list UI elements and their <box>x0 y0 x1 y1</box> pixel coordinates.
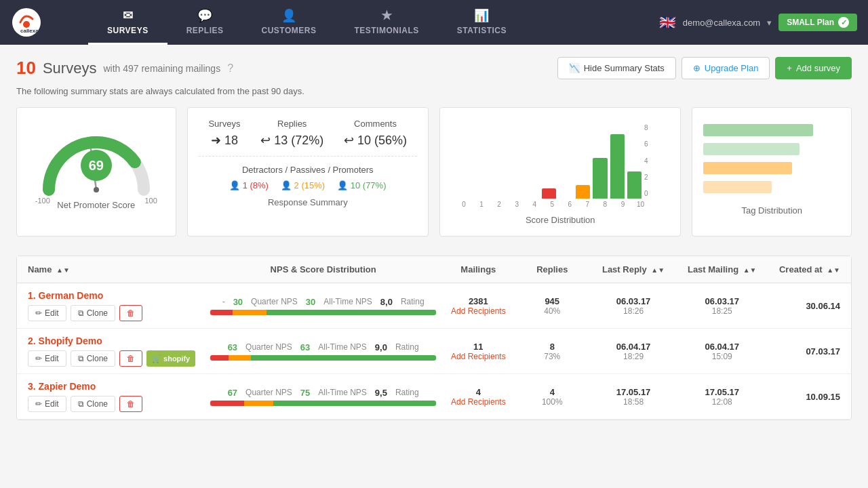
score-bar-6 <box>559 124 573 199</box>
add-recipients-3[interactable]: Add Recipients <box>441 397 515 407</box>
detractors-val: 👤 1 (8%) <box>229 180 269 190</box>
quarter-nps-2-label: Quarter NPS <box>245 342 292 352</box>
score-bar-5 <box>542 124 556 199</box>
delete-2-button[interactable]: 🗑 <box>119 350 142 367</box>
help-icon[interactable]: ? <box>227 62 233 75</box>
nps-score: 69 <box>81 150 112 181</box>
add-recipients-1[interactable]: Add Recipients <box>441 306 515 316</box>
add-recipients-2[interactable]: Add Recipients <box>441 352 515 361</box>
user-email[interactable]: demo@callexa.com <box>683 18 760 28</box>
delete-3-button[interactable]: 🗑 <box>119 396 142 412</box>
score-bar-2 <box>490 124 505 199</box>
survey-2-actions: ✏ Edit ⧉ Clone 🗑 🛒 shopify <box>28 350 205 367</box>
plan-badge[interactable]: SMALL Plan ✓ <box>778 14 857 31</box>
page-header: 10 Surveys with 497 remaining mailings ?… <box>16 57 852 79</box>
edit-1-button[interactable]: ✏ Edit <box>28 305 66 321</box>
col-createdat-header[interactable]: Created at ▲▼ <box>766 264 840 274</box>
score-bar-7 <box>576 124 590 199</box>
row-1-nps: - 30 Quarter NPS 30 All-Time NPS 8,0 Rat… <box>205 297 441 315</box>
upgrade-plan-button[interactable]: ⊕ Upgrade Plan <box>682 57 770 79</box>
alltime-nps-2-label: All-Time NPS <box>318 342 367 352</box>
surveys-val: ➜ 18 <box>208 133 240 148</box>
response-card: Surveys ➜ 18 Replies ↩ 13 (72%) Comments <box>187 107 429 237</box>
dash-1: - <box>222 297 225 306</box>
tag-bar-1 <box>703 124 812 136</box>
lastmailing-1-time: 18:25 <box>677 306 766 316</box>
col-lastmailing-header[interactable]: Last Mailing ▲▼ <box>677 264 766 274</box>
response-bottom: Detractors / Passives / Promoters 👤 1 (8… <box>199 165 417 190</box>
nav-customers[interactable]: 👤 CUSTOMERS <box>243 0 336 45</box>
edit-2-button[interactable]: ✏ Edit <box>28 350 66 367</box>
passives-val: 👤 2 (15%) <box>281 180 325 190</box>
survey-3-name[interactable]: 3. Zapier Demo <box>28 381 205 392</box>
comments-val: ↩ 10 (56%) <box>344 133 407 148</box>
alltime-nps-3-label: All-Time NPS <box>318 388 367 397</box>
gauge-min: -100 <box>35 197 50 205</box>
score-bar-8 <box>593 124 607 199</box>
nav-replies[interactable]: 💬 REPLIES <box>167 0 243 45</box>
trash-1-icon: 🗑 <box>127 308 135 318</box>
survey-3-actions: ✏ Edit ⧉ Clone 🗑 <box>28 396 205 412</box>
row-3-name-col: 3. Zapier Demo ✏ Edit ⧉ Clone 🗑 <box>28 381 205 412</box>
row-2-name-col: 2. Shopify Demo ✏ Edit ⧉ Clone 🗑 <box>28 336 205 367</box>
nav-testimonials-label: TESTIMONIALS <box>354 26 418 35</box>
reply-pct-3: 100% <box>515 397 589 407</box>
row-2-main: 2. Shopify Demo ✏ Edit ⧉ Clone 🗑 <box>28 336 840 367</box>
rating-1: 8,0 <box>380 297 393 307</box>
row-2-nps: 63 Quarter NPS 63 All-Time NPS 9,0 Ratin… <box>205 342 441 361</box>
rating-2: 9,0 <box>375 342 387 352</box>
add-survey-button[interactable]: + Add survey <box>775 57 852 79</box>
quarter-nps-1: 30 <box>233 297 243 307</box>
rating-3-label: Rating <box>395 388 419 397</box>
page-subtitle: with 497 remaining mailings <box>103 63 220 74</box>
svg-point-4 <box>94 187 99 192</box>
nav-right: 🇬🇧 demo@callexa.com ▾ SMALL Plan ✓ <box>659 0 868 45</box>
quarter-nps-3-label: Quarter NPS <box>245 388 292 397</box>
shopify-badge: 🛒 shopify <box>146 350 195 367</box>
statistics-icon: 📊 <box>474 8 490 23</box>
nav-surveys[interactable]: ✉ SURVEYS <box>88 0 167 45</box>
replies-label: Replies <box>260 119 323 129</box>
nps-card: -100 100 69 Net Promoter Score <box>16 107 176 237</box>
clone-3-button[interactable]: ⧉ Clone <box>71 396 115 412</box>
alltime-nps-1: 30 <box>306 297 315 307</box>
comment-icon: ↩ <box>344 134 354 147</box>
nav-statistics[interactable]: 📊 STATISTICS <box>438 0 526 45</box>
survey-1-name[interactable]: 1. German Demo <box>28 290 205 301</box>
tag-bar-4 <box>703 181 772 193</box>
col-lastreply-header[interactable]: Last Reply ▲▼ <box>589 264 678 274</box>
dropdown-arrow[interactable]: ▾ <box>767 18 772 28</box>
edit-3-button[interactable]: ✏ Edit <box>28 396 66 412</box>
comments-col: Comments ↩ 10 (56%) <box>344 119 407 148</box>
customers-icon: 👤 <box>281 8 297 23</box>
row-1-lastreply: 06.03.17 18:26 <box>589 296 678 316</box>
survey-2-name[interactable]: 2. Shopify Demo <box>28 336 205 346</box>
quarter-nps-3: 67 <box>228 388 237 398</box>
col-name-header[interactable]: Name ▲▼ <box>28 264 205 274</box>
nps-scores-1: - 30 Quarter NPS 30 All-Time NPS 8,0 Rat… <box>205 297 441 307</box>
rating-1-label: Rating <box>401 297 425 306</box>
table-row: 3. Zapier Demo ✏ Edit ⧉ Clone 🗑 <box>17 374 851 420</box>
clone-1-button[interactable]: ⧉ Clone <box>71 305 115 321</box>
row-2-lastmailing: 06.04.17 15:09 <box>677 342 766 361</box>
row-3-main: 3. Zapier Demo ✏ Edit ⧉ Clone 🗑 <box>28 381 840 412</box>
hide-summary-button[interactable]: 📉 Hide Summary Stats <box>557 57 676 79</box>
row-1-mailings: 2381 Add Recipients <box>441 296 515 316</box>
nav-testimonials[interactable]: ★ TESTIMONIALS <box>335 0 437 45</box>
replies-col: Replies ↩ 13 (72%) <box>260 119 323 148</box>
clone-2-button[interactable]: ⧉ Clone <box>71 350 115 367</box>
replies-1-val: 945 <box>515 296 589 306</box>
reply-icon: ↩ <box>260 134 271 147</box>
nps-scores-2: 63 Quarter NPS 63 All-Time NPS 9,0 Ratin… <box>205 342 441 352</box>
row-2-lastreply: 06.04.17 18:29 <box>589 342 678 361</box>
summary-note: The following summary stats are always c… <box>16 86 852 96</box>
flag-icon[interactable]: 🇬🇧 <box>659 14 676 30</box>
lastreply-3-date: 17.05.17 <box>589 387 678 397</box>
dpp-vals: 👤 1 (8%) 👤 2 (15%) 👤 10 (77%) <box>199 180 417 190</box>
score-bar-1 <box>473 124 488 199</box>
page-title: 10 Surveys with 497 remaining mailings ? <box>16 58 233 79</box>
score-bar-10 <box>627 124 642 199</box>
quarter-nps-2: 63 <box>228 342 237 352</box>
delete-1-button[interactable]: 🗑 <box>119 305 142 321</box>
score-bar-9 <box>610 124 625 199</box>
